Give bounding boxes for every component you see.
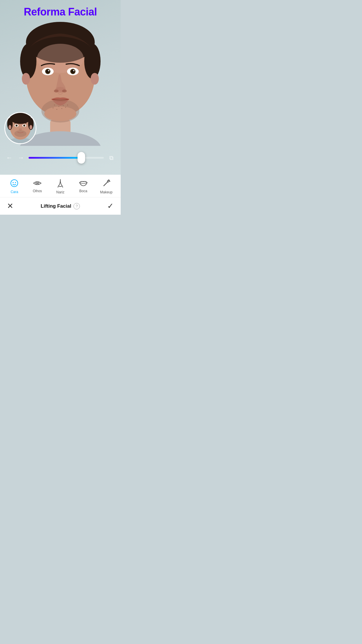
action-title-area: Lifting Facial ? [41,203,80,209]
svg-point-27 [65,107,66,108]
svg-point-40 [23,125,25,127]
eye-icon [33,180,42,188]
svg-point-44 [29,125,32,130]
copy-button[interactable]: ⧉ [107,155,115,161]
svg-point-14 [73,70,75,71]
tab-boca-label: Boca [79,189,87,193]
face-icon [10,179,18,188]
svg-point-23 [59,106,59,107]
svg-point-24 [63,105,64,106]
slider-track[interactable] [29,157,104,159]
svg-point-16 [54,90,59,92]
svg-point-34 [10,112,31,124]
svg-point-19 [44,106,76,121]
tab-olhos-label: Olhos [33,189,42,193]
tab-nariz-label: Nariz [56,190,64,194]
svg-point-45 [11,180,18,187]
svg-point-28 [53,108,54,108]
confirm-button[interactable]: ✓ [107,202,114,211]
help-button[interactable]: ? [73,203,80,209]
svg-point-49 [37,183,38,184]
bottom-panel: Cara Olhos [0,175,121,215]
svg-point-17 [62,90,67,92]
svg-point-29 [67,105,68,106]
tab-olhos[interactable]: Olhos [29,180,46,193]
tab-cara-label: Cara [10,190,18,194]
svg-point-46 [13,182,14,183]
svg-point-20 [22,73,30,85]
svg-point-4 [20,44,36,79]
next-button[interactable]: → [17,154,25,162]
svg-point-21 [91,73,99,85]
svg-point-5 [84,44,101,79]
svg-point-25 [57,109,57,110]
action-bar: ✕ Lifting Facial ? ✓ [0,197,121,215]
cancel-button[interactable]: ✕ [7,202,13,211]
slider-fill [29,157,81,159]
category-tabs: Cara Olhos [0,175,121,197]
svg-point-39 [15,125,17,127]
tab-cara[interactable]: Cara [6,179,23,194]
makeup-icon [102,179,111,189]
action-title: Lifting Facial [41,203,71,209]
slider-row: ← → ⧉ [0,154,121,162]
tab-makeup[interactable]: Makeup [98,179,115,194]
lips-icon [79,180,88,188]
svg-point-22 [54,105,55,106]
slider-thumb[interactable] [78,152,85,164]
tab-nariz[interactable]: Nariz [52,179,69,194]
svg-point-43 [8,125,11,130]
photo-area: Reforma Facial [0,0,121,175]
before-preview-inner [5,113,36,143]
page-title: Reforma Facial [0,6,121,18]
nose-icon [57,179,64,189]
svg-line-50 [104,182,108,186]
svg-point-13 [48,70,50,71]
svg-point-6 [37,44,84,73]
main-container: Reforma Facial [0,0,121,215]
tab-boca[interactable]: Boca [75,180,92,193]
tab-makeup-label: Makeup [100,190,113,194]
svg-point-42 [14,130,27,137]
svg-point-41 [19,128,22,131]
before-preview-circle [4,112,36,144]
prev-button[interactable]: ← [5,154,13,162]
svg-point-26 [61,108,62,109]
svg-point-47 [15,182,16,183]
